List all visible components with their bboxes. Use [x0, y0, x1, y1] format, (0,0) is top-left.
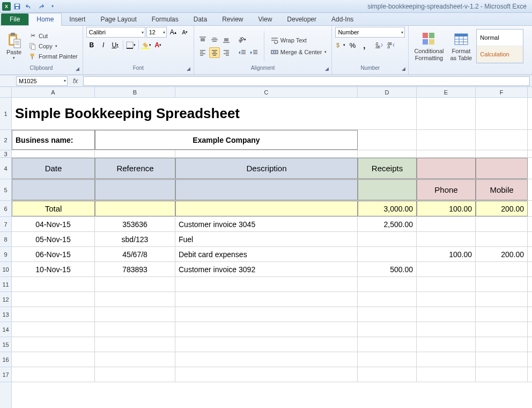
header-receipts[interactable]: Receipts — [358, 158, 417, 179]
cells-area[interactable]: Simple Bookkeeping Spreadsheet Business … — [12, 98, 532, 382]
column-header[interactable]: C — [175, 87, 358, 97]
name-box[interactable]: M1025▾ — [16, 76, 68, 86]
cell[interactable] — [95, 201, 175, 216]
percent-icon[interactable]: % — [347, 40, 358, 50]
save-icon[interactable] — [12, 1, 23, 12]
style-normal[interactable]: Normal — [477, 30, 523, 46]
wrap-text-button[interactable]: Wrap Text — [269, 35, 329, 45]
cell[interactable] — [476, 158, 528, 179]
cell[interactable] — [95, 367, 175, 382]
data-desc[interactable]: Customer invoice 3045 — [175, 217, 358, 231]
style-calculation[interactable]: Calculation — [477, 46, 523, 63]
cell[interactable] — [95, 292, 175, 307]
row-header[interactable]: 1 — [0, 98, 11, 130]
data-phone[interactable] — [417, 217, 476, 231]
data-phone[interactable] — [417, 232, 476, 246]
column-header[interactable]: F — [476, 87, 528, 97]
cell[interactable] — [12, 277, 95, 292]
borders-button[interactable]: ▾ — [125, 40, 136, 50]
fill-color-button[interactable]: ▾ — [141, 40, 152, 50]
header-phone[interactable]: Phone — [417, 179, 476, 200]
cell[interactable] — [175, 150, 358, 157]
cell[interactable] — [417, 352, 476, 367]
redo-icon[interactable] — [35, 1, 46, 12]
decrease-font-icon[interactable]: A▾ — [180, 27, 190, 38]
align-center-icon[interactable] — [209, 47, 220, 58]
cell[interactable] — [358, 179, 417, 200]
cell[interactable] — [175, 292, 358, 307]
cell[interactable] — [12, 150, 95, 157]
cell[interactable] — [95, 322, 175, 337]
data-date[interactable]: 05-Nov-15 — [12, 232, 95, 246]
row-header[interactable]: 3 — [0, 150, 11, 158]
row-header[interactable]: 17 — [0, 367, 11, 382]
decrease-indent-icon[interactable] — [237, 47, 248, 58]
dialog-launcher-icon[interactable]: ◢ — [75, 66, 80, 71]
cell[interactable] — [175, 337, 358, 352]
cell[interactable] — [358, 130, 417, 150]
cell[interactable] — [476, 322, 528, 337]
format-as-table-button[interactable]: Format as Table — [448, 30, 474, 62]
data-mobile[interactable]: 200.00 — [476, 247, 528, 261]
undo-icon[interactable] — [24, 1, 34, 12]
data-ref[interactable]: sbd/123 — [95, 232, 175, 246]
tab-file[interactable]: File — [1, 13, 28, 25]
data-phone[interactable] — [417, 262, 476, 276]
row-header[interactable]: 5 — [0, 179, 11, 201]
align-middle-icon[interactable] — [209, 34, 220, 45]
header-description[interactable]: Description — [175, 158, 358, 179]
cell[interactable] — [358, 277, 417, 292]
italic-button[interactable]: I — [98, 40, 109, 50]
cell[interactable] — [95, 150, 175, 157]
orientation-icon[interactable]: ab▾ — [237, 34, 248, 45]
row-header[interactable]: 14 — [0, 322, 11, 337]
cell[interactable] — [417, 367, 476, 382]
tab-insert[interactable]: Insert — [62, 13, 93, 25]
cell[interactable] — [358, 322, 417, 337]
data-receipts[interactable] — [358, 232, 417, 246]
cell[interactable] — [417, 98, 476, 129]
cell[interactable] — [358, 367, 417, 382]
column-header[interactable]: D — [358, 87, 417, 97]
align-right-icon[interactable] — [221, 47, 232, 58]
sheet-title[interactable]: Simple Bookkeeping Spreadsheet — [12, 98, 358, 129]
paste-button[interactable]: Paste ▾ — [3, 31, 25, 61]
cell[interactable] — [476, 150, 528, 157]
cell[interactable] — [358, 292, 417, 307]
data-phone[interactable]: 100.00 — [417, 247, 476, 261]
align-left-icon[interactable] — [197, 47, 208, 58]
align-top-icon[interactable] — [197, 34, 208, 45]
conditional-formatting-button[interactable]: Conditional Formatting — [412, 30, 446, 62]
dialog-launcher-icon[interactable]: ◢ — [324, 66, 329, 71]
cell[interactable] — [476, 292, 528, 307]
tab-add-ins[interactable]: Add-Ins — [324, 13, 361, 25]
column-header[interactable]: B — [95, 87, 175, 97]
cell[interactable] — [175, 179, 358, 200]
data-mobile[interactable] — [476, 232, 528, 246]
row-header[interactable]: 6 — [0, 201, 11, 217]
decrease-decimal-icon[interactable]: .00.0 — [386, 40, 396, 50]
cell[interactable] — [95, 352, 175, 367]
cell-styles-gallery[interactable]: Normal Calculation — [476, 29, 523, 63]
data-desc[interactable]: Fuel — [175, 232, 358, 246]
align-bottom-icon[interactable] — [221, 34, 232, 45]
copy-button[interactable]: Copy▾ — [27, 41, 79, 51]
row-header[interactable]: 8 — [0, 232, 11, 247]
data-ref[interactable]: 45/67/8 — [95, 247, 175, 261]
formula-input[interactable] — [83, 76, 530, 86]
header-reference[interactable]: Reference — [95, 158, 175, 179]
cell[interactable] — [12, 337, 95, 352]
data-ref[interactable]: 783893 — [95, 262, 175, 276]
cell[interactable] — [417, 292, 476, 307]
cell[interactable] — [95, 277, 175, 292]
total-mobile[interactable]: 200.00 — [476, 201, 528, 216]
cell[interactable] — [417, 277, 476, 292]
dialog-launcher-icon[interactable]: ◢ — [401, 66, 406, 71]
cell[interactable] — [358, 337, 417, 352]
increase-font-icon[interactable]: A▴ — [168, 27, 179, 38]
fx-icon[interactable]: fx — [70, 77, 81, 85]
data-desc[interactable]: Debit card expenses — [175, 247, 358, 261]
cell[interactable] — [12, 292, 95, 307]
header-mobile[interactable]: Mobile — [476, 179, 528, 200]
data-receipts[interactable] — [358, 247, 417, 261]
